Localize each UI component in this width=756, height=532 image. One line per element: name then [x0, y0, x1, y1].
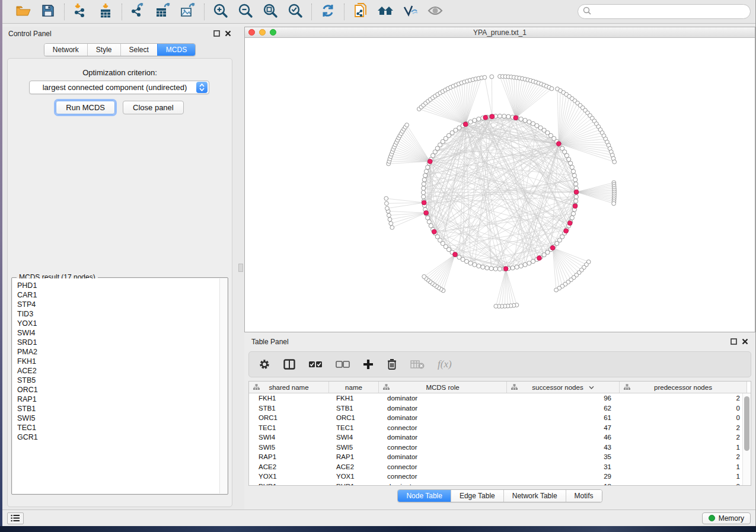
tab-node-table[interactable]: Node Table: [398, 490, 451, 502]
table-row[interactable]: YOX1YOX1connector291: [249, 472, 751, 482]
select-all-columns-button[interactable]: [308, 361, 323, 368]
zoom-selected-icon: [288, 3, 303, 21]
cell-name: FKH1: [329, 395, 379, 402]
table-row[interactable]: ORC1ORC1dominator610: [249, 413, 751, 423]
tab-network-table[interactable]: Network Table: [503, 490, 566, 502]
table-row[interactable]: SWI4SWI4dominator462: [249, 432, 751, 443]
column-header-MCDS-role[interactable]: MCDS role: [379, 382, 507, 393]
show-graphics-details-button[interactable]: [426, 3, 444, 21]
mcds-result-item[interactable]: STP4: [17, 300, 227, 309]
open-file-button[interactable]: [14, 3, 32, 21]
cell-shared-name: STB1: [249, 405, 329, 412]
table-scrollbar-thumb[interactable]: [744, 396, 749, 451]
mcds-result-item[interactable]: ORC1: [17, 385, 227, 395]
houses-button[interactable]: [377, 3, 394, 21]
unselect-all-columns-button[interactable]: [336, 361, 350, 368]
float-panel-icon[interactable]: [213, 28, 220, 39]
cell-name: SWI5: [329, 444, 379, 451]
column-header-predecessor-nodes[interactable]: predecessor nodes: [620, 382, 747, 393]
cell-successor-nodes: 31: [507, 463, 620, 470]
cell-shared-name: PHD1: [249, 483, 329, 486]
close-panel-button[interactable]: Close panel: [123, 101, 184, 114]
show-task-history-button[interactable]: [7, 512, 24, 524]
mcds-result-item[interactable]: FKH1: [17, 357, 227, 366]
zoom-fit-button[interactable]: [261, 3, 279, 21]
tab-select[interactable]: Select: [120, 44, 157, 56]
mcds-result-list[interactable]: PHD1CAR1STP4TID3YOX1SWI4SRD1PMA2FKH1ACE2…: [12, 278, 227, 493]
memory-button[interactable]: Memory: [702, 512, 751, 524]
cell-predecessor-nodes: 2: [620, 453, 747, 460]
mcds-result-item[interactable]: GCR1: [17, 432, 227, 442]
column-header-successor-nodes[interactable]: successor nodes: [507, 382, 620, 393]
export-network-icon: [130, 3, 146, 21]
export-image-button[interactable]: [179, 3, 197, 21]
network-window-titlebar[interactable]: YPA_prune.txt_1: [245, 27, 755, 38]
new-network-from-selection-button[interactable]: [352, 3, 369, 21]
export-table-button[interactable]: [154, 3, 172, 21]
mcds-result-item[interactable]: TEC1: [17, 423, 227, 432]
mcds-result-item[interactable]: STB1: [17, 404, 227, 414]
optimization-criterion-select[interactable]: largest connected component (undirected): [29, 81, 209, 94]
search-field[interactable]: [578, 4, 751, 19]
column-header-name[interactable]: name: [329, 382, 379, 393]
refresh-button[interactable]: [319, 3, 337, 21]
mcds-result-item[interactable]: YOX1: [17, 319, 227, 328]
mcds-result-item[interactable]: SWI5: [17, 414, 227, 423]
mcds-result-item[interactable]: RAP1: [17, 395, 227, 404]
select-stepper-icon: [196, 82, 208, 93]
mcds-result-item[interactable]: PMA2: [17, 347, 227, 357]
cell-predecessor-nodes: 0: [620, 405, 747, 412]
table-row[interactable]: STB1STB1dominator620: [249, 403, 751, 414]
search-input[interactable]: [594, 8, 745, 16]
table-scrollbar[interactable]: [742, 393, 751, 485]
tab-style[interactable]: Style: [87, 44, 120, 56]
zoom-selected-button[interactable]: [286, 3, 304, 21]
create-column-button[interactable]: [363, 359, 374, 370]
table-header-row: shared namenameMCDS rolesuccessor nodesp…: [249, 382, 751, 393]
hide-graphics-details-button[interactable]: [401, 3, 419, 21]
houses-icon: [377, 4, 394, 20]
tab-motifs[interactable]: Motifs: [566, 490, 602, 502]
table-row[interactable]: RAP1RAP1dominator352: [249, 452, 751, 462]
zoom-in-button[interactable]: [212, 3, 229, 21]
table-row[interactable]: ACE2ACE2connector311: [249, 462, 751, 472]
close-panel-icon[interactable]: [225, 28, 231, 39]
mcds-list-scrollbar[interactable]: [219, 278, 227, 493]
close-panel-icon[interactable]: [742, 336, 748, 347]
zoom-out-button[interactable]: [237, 3, 254, 21]
delete-column-button[interactable]: [387, 358, 397, 370]
mcds-result-item[interactable]: SRD1: [17, 338, 227, 347]
import-table-button[interactable]: [97, 3, 114, 21]
cell-mcds-role: connector: [379, 424, 507, 431]
panel-splitter[interactable]: [237, 27, 244, 509]
mcds-result-item[interactable]: ACE2: [17, 366, 227, 376]
mcds-result-item[interactable]: CAR1: [17, 290, 227, 300]
function-builder-button-disabled: f(x): [438, 358, 452, 370]
mcds-result-item[interactable]: STB5: [17, 376, 227, 385]
mcds-result-item[interactable]: SWI4: [17, 328, 227, 338]
splitter-handle[interactable]: [238, 264, 243, 272]
mcds-result-item[interactable]: TID3: [17, 309, 227, 319]
run-mcds-button[interactable]: Run MCDS: [56, 101, 115, 114]
network-canvas[interactable]: [245, 38, 755, 332]
table-row[interactable]: TEC1TEC1connector472: [249, 423, 751, 433]
cell-mcds-role: dominator: [379, 405, 507, 412]
import-network-button[interactable]: [72, 3, 90, 21]
export-network-button[interactable]: [129, 3, 147, 21]
tab-mcds[interactable]: MCDS: [157, 44, 195, 56]
column-header-shared-name[interactable]: shared name: [249, 382, 329, 393]
show-columns-button[interactable]: [283, 359, 295, 370]
table-row[interactable]: SWI5SWI5connector431: [249, 443, 751, 453]
tab-edge-table[interactable]: Edge Table: [451, 490, 503, 502]
table-row[interactable]: PHD1PHD1dominator180: [249, 482, 751, 486]
float-panel-icon[interactable]: [731, 336, 737, 347]
table-settings-button[interactable]: [259, 358, 270, 370]
tab-network[interactable]: Network: [44, 44, 87, 56]
network-graph[interactable]: [245, 38, 756, 332]
column-label: shared name: [269, 384, 308, 391]
table-row[interactable]: FKH1FKH1dominator962: [249, 393, 751, 403]
save-session-button[interactable]: [39, 3, 57, 21]
control-panel: Control Panel NetworkStyleSelectMCDS Opt…: [2, 27, 237, 509]
cell-shared-name: YOX1: [249, 473, 329, 480]
mcds-result-item[interactable]: PHD1: [17, 281, 227, 290]
